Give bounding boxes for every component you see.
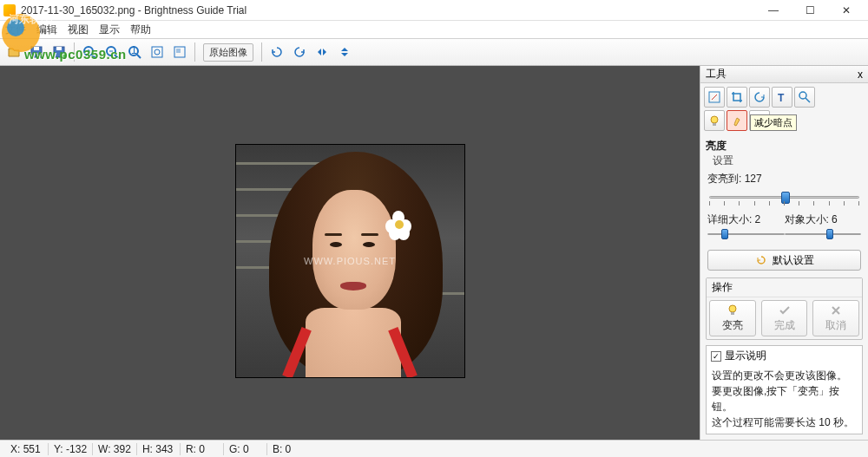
tool-crop-icon[interactable] <box>727 87 747 108</box>
statusbar: X: 551 Y: -132 W: 392 H: 343 R: 0 G: 0 B… <box>0 440 868 457</box>
window-title: 2017-11-30_165032.png - Brightness Guide… <box>21 4 755 16</box>
svg-point-26 <box>711 116 718 123</box>
svg-point-19 <box>155 49 160 55</box>
rotate-cw-icon[interactable] <box>289 42 310 62</box>
tool-text-icon[interactable]: T <box>772 87 792 108</box>
flip-v-icon[interactable] <box>334 42 355 62</box>
nav-icon[interactable] <box>169 42 190 62</box>
status-g: G: 0 <box>224 443 267 455</box>
save-icon[interactable] <box>26 42 47 62</box>
status-x: X: 551 <box>5 443 49 455</box>
object-size-label: 对象大小: 6 <box>785 212 862 227</box>
tool-rotate-icon[interactable] <box>749 87 770 108</box>
settings-label: 设置 <box>700 153 868 170</box>
default-settings-button[interactable]: 默认设置 <box>707 250 861 271</box>
original-image-button[interactable]: 原始图像 <box>203 43 253 62</box>
svg-rect-27 <box>713 123 716 126</box>
svg-point-24 <box>799 92 806 99</box>
svg-point-7 <box>60 53 65 58</box>
op-brighten-button[interactable]: 变亮 <box>709 300 756 336</box>
ops-section-label: 操作 <box>707 278 862 297</box>
checkbox-icon: ✓ <box>711 351 721 362</box>
menu-file[interactable]: 文件 <box>5 23 26 37</box>
toolbar: 1 原始图像 <box>0 38 868 66</box>
menu-help[interactable]: 帮助 <box>130 23 151 37</box>
svg-text:T: T <box>778 92 785 104</box>
status-h: H: 343 <box>137 443 181 455</box>
status-w: W: 392 <box>93 443 137 455</box>
object-size-slider[interactable] <box>785 229 862 241</box>
tool-tooltip: 减少暗点 <box>750 114 797 131</box>
panel-title-label: 工具 <box>706 67 727 82</box>
status-y: Y: -132 <box>49 443 93 455</box>
image-canvas[interactable]: WWW.PIOUS.NET <box>0 66 700 440</box>
zoom-in-icon[interactable] <box>79 42 100 62</box>
panel-close-icon[interactable]: x <box>858 69 863 81</box>
op-cancel-button[interactable]: 取消 <box>812 300 859 336</box>
op-done-button[interactable]: 完成 <box>761 300 808 336</box>
menu-show[interactable]: 显示 <box>99 23 120 37</box>
status-b: B: 0 <box>267 443 311 455</box>
svg-line-13 <box>115 55 118 58</box>
rotate-ccw-icon[interactable] <box>266 42 287 62</box>
tools-panel: 工具 x T 减少暗点 <box>700 66 868 440</box>
tool-reduce-dark-icon[interactable]: 减少暗点 <box>727 110 747 131</box>
titlebar: 2017-11-30_165032.png - Brightness Guide… <box>0 0 868 21</box>
center-watermark: WWW.PIOUS.NET <box>304 256 396 266</box>
svg-rect-18 <box>152 47 162 57</box>
flip-h-icon[interactable] <box>312 42 332 62</box>
panel-titlebar: 工具 x <box>700 66 868 83</box>
description-text: 设置的更改不会更改该图像。 要更改图像,按下「变亮」按钮。 这个过程可能需要长达… <box>707 366 862 435</box>
tool-resize-icon[interactable] <box>704 87 725 108</box>
zoom-fit-icon[interactable] <box>147 42 168 62</box>
open-icon[interactable] <box>3 42 24 62</box>
brighten-to-row: 变亮到: 127 <box>700 170 868 188</box>
brightness-section-label: 亮度 <box>700 137 868 153</box>
check-icon <box>778 304 792 317</box>
svg-rect-31 <box>731 312 734 315</box>
bulb-icon <box>726 304 740 317</box>
undo-icon <box>755 254 767 266</box>
zoom-out-icon[interactable] <box>102 42 122 62</box>
svg-line-9 <box>92 55 95 58</box>
zoom-actual-icon[interactable]: 1 <box>124 42 145 62</box>
svg-rect-21 <box>176 49 181 53</box>
app-icon <box>3 4 16 16</box>
menubar: 河东软件园 www.pc0359.cn 文件 编辑 视图 显示 帮助 <box>0 21 868 38</box>
svg-rect-6 <box>56 47 62 50</box>
status-r: R: 0 <box>181 443 224 455</box>
flower-decoration <box>385 211 413 238</box>
menu-view[interactable]: 视图 <box>68 23 89 37</box>
close-button[interactable]: ✕ <box>828 0 865 21</box>
maximize-button[interactable]: ☐ <box>792 0 828 21</box>
brighten-slider[interactable] <box>709 190 859 206</box>
svg-rect-4 <box>34 47 39 50</box>
svg-text:1: 1 <box>131 45 137 56</box>
svg-line-25 <box>806 98 810 102</box>
tool-bulb-icon[interactable] <box>704 110 725 131</box>
svg-line-16 <box>137 55 141 58</box>
detail-size-slider[interactable] <box>707 229 785 241</box>
tool-lighten-icon[interactable] <box>794 87 815 108</box>
saveas-icon[interactable] <box>49 42 69 62</box>
detail-size-label: 详细大小: 2 <box>707 212 785 227</box>
photo-preview: WWW.PIOUS.NET <box>235 144 465 378</box>
show-description-toggle[interactable]: ✓ 显示说明 <box>707 346 862 366</box>
cancel-icon <box>829 304 843 317</box>
menu-edit[interactable]: 编辑 <box>36 23 57 37</box>
svg-point-30 <box>729 305 736 312</box>
minimize-button[interactable]: — <box>755 0 792 21</box>
